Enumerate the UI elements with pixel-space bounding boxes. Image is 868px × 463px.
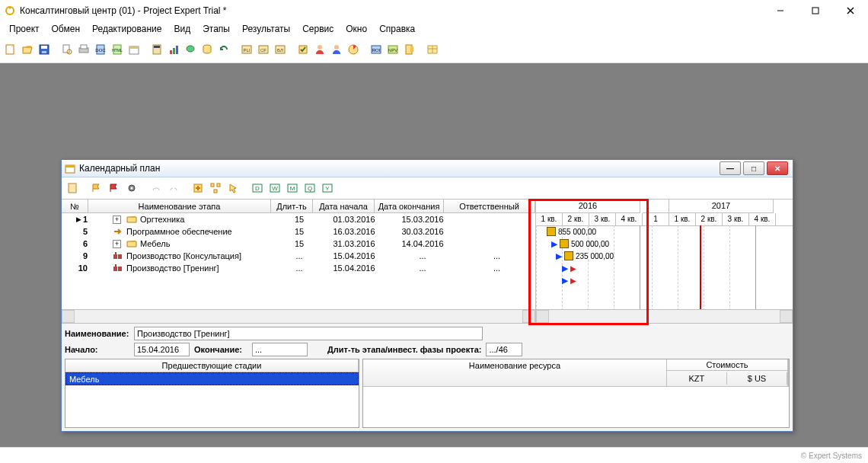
- quarter-label: 4 кв.: [749, 213, 776, 226]
- menu-help[interactable]: Справка: [373, 22, 421, 36]
- cell-dur: 15: [277, 225, 322, 238]
- cell-end: 15.03.2016: [387, 213, 459, 225]
- tb-pie-icon[interactable]: [346, 42, 361, 57]
- tb-chart-icon[interactable]: [166, 42, 181, 57]
- col-head-dur[interactable]: Длит-ть: [271, 200, 313, 212]
- mdi-tb-w-icon[interactable]: W: [267, 180, 282, 196]
- input-start[interactable]: [134, 343, 190, 356]
- quarter-label: 2 кв.: [563, 213, 589, 226]
- mdi-tb-tree-icon[interactable]: [208, 180, 223, 196]
- mdi-tb-flag2-icon[interactable]: [107, 180, 122, 196]
- menu-edit[interactable]: Редактирование: [86, 22, 168, 36]
- input-end[interactable]: [252, 343, 308, 356]
- minimize-button[interactable]: [763, 0, 798, 21]
- tb-calc-icon[interactable]: [149, 42, 164, 57]
- mdi-maximize-button[interactable]: □: [743, 161, 764, 175]
- flag-icon: ▶: [562, 276, 568, 286]
- input-name[interactable]: [134, 327, 483, 340]
- tb-open-icon[interactable]: [20, 42, 35, 57]
- mdi-tb-link-icon[interactable]: [148, 180, 164, 196]
- gantt-chart[interactable]: 20161 кв.2 кв.3 кв.4 кв.120171 кв.2 кв.3…: [536, 200, 793, 323]
- tb-roi-icon[interactable]: ROI: [369, 42, 384, 57]
- tb-new-icon[interactable]: [3, 42, 18, 57]
- details-pane: Наименование: Начало: Окончание: Длит-ть…: [62, 323, 793, 431]
- col-head-start[interactable]: Дата начала: [313, 200, 375, 212]
- tb-grid-icon[interactable]: [425, 42, 440, 57]
- expand-icon[interactable]: +: [113, 240, 121, 248]
- mdi-tb-flag1-icon[interactable]: [89, 180, 104, 196]
- tb-npv-icon[interactable]: NPV: [385, 42, 400, 57]
- cell-num: ▶1: [62, 213, 91, 225]
- tb-check-icon[interactable]: [295, 42, 311, 57]
- mdi-tb-m-icon[interactable]: M: [285, 180, 300, 196]
- tb-html-icon[interactable]: HTML: [110, 42, 125, 57]
- tb-calendar-icon[interactable]: [126, 42, 142, 57]
- svg-point-1: [9, 7, 11, 9]
- col-head-name[interactable]: Наименование этапа: [88, 200, 271, 212]
- menu-exchange[interactable]: Обмен: [46, 22, 87, 36]
- app-title: Консалтинговый центр (01) - Project Expe…: [20, 5, 763, 16]
- calendar-plan-window: Календарный план — □ ✕: [61, 159, 793, 432]
- tb-print-preview-icon[interactable]: [59, 42, 75, 57]
- tb-save-icon[interactable]: [37, 42, 52, 57]
- mdi-tb-y-icon[interactable]: Y: [320, 180, 335, 196]
- tb-cf-icon[interactable]: CF: [256, 42, 271, 57]
- table-row[interactable]: 10Производство [Тренинг]...15.04.2016...…: [62, 262, 535, 274]
- col-head-resp[interactable]: Ответственный: [444, 200, 535, 212]
- tb-print-icon[interactable]: [76, 42, 91, 57]
- gantt-row-1: 855 000,00: [547, 226, 596, 237]
- mdi-tb-gear-icon[interactable]: [124, 180, 139, 196]
- mdi-tb-d-icon[interactable]: D: [250, 180, 265, 196]
- expand-icon[interactable]: +: [113, 216, 121, 224]
- tb-db-icon[interactable]: [199, 42, 215, 57]
- tb-user1-icon[interactable]: [312, 42, 327, 57]
- cell-dur: 15: [277, 238, 322, 250]
- cell-name: +Мебель: [91, 238, 277, 250]
- svg-rect-69: [115, 252, 116, 254]
- gantt-row-3: ▶ 235 000,00: [556, 251, 614, 261]
- quarter-label: 3 кв.: [723, 213, 749, 226]
- tb-refresh-icon[interactable]: [216, 42, 231, 57]
- menu-window[interactable]: Окно: [340, 22, 373, 36]
- mdi-tb-new-icon[interactable]: [65, 180, 80, 196]
- cost-header: Стоимость: [667, 359, 788, 371]
- mdi-tb-unlink-icon[interactable]: [166, 180, 181, 196]
- menu-service[interactable]: Сервис: [296, 22, 340, 36]
- mdi-tb-q-icon[interactable]: Q: [302, 180, 318, 196]
- tb-report-icon[interactable]: [402, 42, 417, 57]
- cell-start: 15.04.2016: [322, 262, 387, 274]
- menu-project[interactable]: Проект: [3, 22, 46, 36]
- close-button[interactable]: [833, 0, 868, 21]
- col-head-num[interactable]: №: [62, 200, 88, 212]
- cell-start: 16.03.2016: [322, 225, 387, 238]
- mdi-tb-cursor-icon[interactable]: [225, 180, 241, 196]
- tb-bl-icon[interactable]: БЛ: [273, 42, 288, 57]
- tb-user2-icon[interactable]: [329, 42, 344, 57]
- table-row[interactable]: ▶1+Оргтехника1501.03.201615.03.2016: [62, 213, 535, 225]
- menu-view[interactable]: Вид: [168, 22, 196, 36]
- tb-balloon-icon[interactable]: [183, 42, 198, 57]
- menu-stages[interactable]: Этапы: [196, 22, 236, 36]
- mdi-minimize-button[interactable]: —: [720, 161, 741, 175]
- svg-rect-23: [173, 48, 175, 54]
- table-row[interactable]: 5Программное обеспечение1516.03.201630.0…: [62, 225, 535, 238]
- gantt-hscroll[interactable]: [536, 309, 793, 323]
- table-row[interactable]: 9Производство [Консультация]...15.04.201…: [62, 250, 535, 262]
- cell-end: 30.03.2016: [387, 225, 459, 238]
- prev-stage-item[interactable]: Мебель: [65, 372, 359, 385]
- mdi-tb-add-icon[interactable]: [190, 180, 206, 196]
- menubar: Проект Обмен Редактирование Вид Этапы Ре…: [0, 21, 868, 37]
- menu-results[interactable]: Результаты: [236, 22, 296, 36]
- cell-resp: ...: [459, 262, 535, 274]
- tb-doc-icon[interactable]: DOC: [93, 42, 108, 57]
- mdi-close-button[interactable]: ✕: [767, 161, 788, 175]
- col-head-end[interactable]: Дата окончания: [375, 200, 444, 212]
- tb-pli-icon[interactable]: PLI: [239, 42, 254, 57]
- grid-hscroll[interactable]: [62, 309, 535, 323]
- maximize-button[interactable]: [798, 0, 833, 21]
- input-duration[interactable]: [486, 343, 522, 356]
- bar-icon: [564, 251, 573, 260]
- gantt-body: 855 000,00 ▶ 500 000,00 ▶ 235 000,00: [536, 225, 793, 311]
- table-row[interactable]: 6+Мебель1531.03.201614.04.2016: [62, 238, 535, 250]
- cell-num: 9: [62, 250, 91, 262]
